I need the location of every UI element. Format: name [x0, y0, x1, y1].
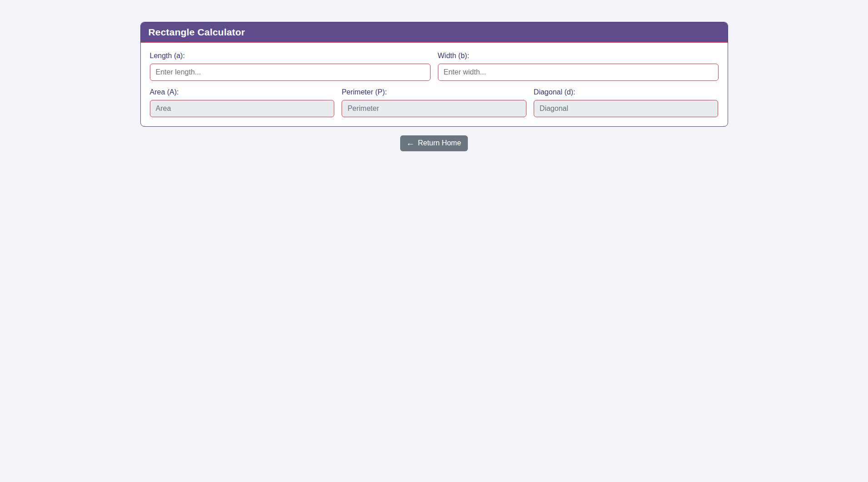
return-home-label: Return Home	[418, 139, 461, 148]
width-input[interactable]	[438, 64, 719, 81]
result-row: Area (A): Perimeter (P): Diagonal (d):	[150, 88, 719, 117]
arrow-left-icon: ←	[406, 139, 415, 147]
card-body: Length (a): Width (b): Area (A): Perimet…	[141, 43, 728, 126]
width-label: Width (b):	[438, 52, 719, 60]
length-label: Length (a):	[150, 52, 431, 60]
card-title: Rectangle Calculator	[141, 22, 728, 43]
area-output	[150, 100, 335, 117]
perimeter-output	[342, 100, 526, 117]
footer-actions: ← Return Home	[140, 135, 728, 151]
area-field-group: Area (A):	[150, 88, 335, 117]
empty-page-area	[0, 151, 868, 460]
length-input[interactable]	[150, 64, 431, 81]
rectangle-calculator-card: Rectangle Calculator Length (a): Width (…	[140, 22, 728, 127]
return-home-button[interactable]: ← Return Home	[400, 135, 468, 151]
width-field-group: Width (b):	[438, 52, 719, 81]
page-background: { "colors": { "page_bg": "#f2f2f7", "hea…	[0, 0, 868, 482]
area-label: Area (A):	[150, 88, 335, 96]
perimeter-field-group: Perimeter (P):	[342, 88, 526, 117]
input-row: Length (a): Width (b):	[150, 52, 719, 81]
length-field-group: Length (a):	[150, 52, 431, 81]
perimeter-label: Perimeter (P):	[342, 88, 526, 96]
diagonal-output	[534, 100, 719, 117]
diagonal-field-group: Diagonal (d):	[534, 88, 719, 117]
diagonal-label: Diagonal (d):	[534, 88, 719, 96]
